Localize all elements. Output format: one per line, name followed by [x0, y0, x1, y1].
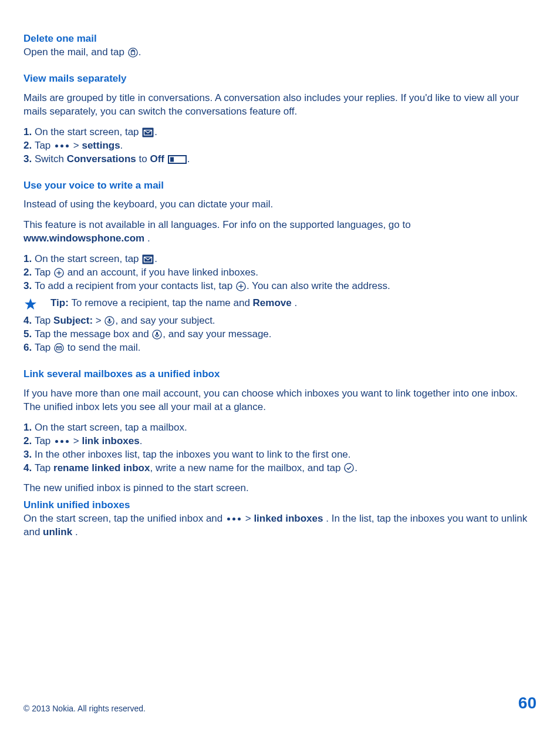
list-item: 2. Tap > link inboxes .	[23, 435, 537, 448]
text: Tap	[35, 314, 53, 328]
svg-point-25	[345, 463, 353, 472]
plus-circle-icon	[54, 268, 64, 278]
text: . You can also write the address.	[247, 280, 390, 293]
text: .	[75, 526, 78, 538]
plus-circle-icon	[236, 281, 246, 291]
text: To remove a recipient, tap the name and	[72, 297, 253, 308]
heading-view-mails-separately: View mails separately	[23, 72, 537, 86]
list-number: 4.	[23, 462, 35, 475]
list-number: 3.	[23, 153, 35, 166]
list-item: 3. To add a recipient from your contacts…	[23, 280, 537, 293]
text: Tap	[35, 462, 53, 475]
list-item: 6. Tap to send the mail.	[23, 341, 537, 355]
text: .	[147, 233, 150, 244]
paragraph: This feature is not available in all lan…	[23, 219, 537, 246]
tip-text: Tip: To remove a recipient, tap the name…	[50, 297, 297, 310]
text: Tap	[35, 266, 53, 280]
list-number: 3.	[23, 280, 35, 293]
paragraph: On the start screen, tap the unified inb…	[23, 512, 537, 539]
text: Tap	[35, 435, 53, 448]
list-number: 3.	[23, 448, 35, 462]
tip-block: Tip: To remove a recipient, tap the name…	[23, 297, 537, 311]
list-number: 5.	[23, 328, 35, 341]
text: , write a new name for the mailbox, and …	[150, 462, 343, 475]
text: This feature is not available in all lan…	[23, 219, 411, 230]
microphone-circle-icon	[152, 330, 162, 340]
svg-rect-1	[131, 51, 134, 55]
text: Open the mail, and tap	[23, 46, 127, 59]
paragraph: If you have more than one mail account, …	[23, 387, 537, 414]
text-bold: unlink	[43, 526, 72, 538]
list-item: 1. On the start screen, tap .	[23, 253, 537, 266]
check-circle-icon	[344, 463, 354, 473]
list-number: 1.	[23, 253, 35, 266]
text: >	[245, 513, 254, 524]
text-bold: Subject:	[53, 314, 93, 328]
list-item: 3. In the other inboxes list, tap the in…	[23, 448, 537, 462]
send-mail-circle-icon	[54, 343, 64, 353]
list-number: 4.	[23, 314, 35, 328]
mail-tile-icon	[142, 254, 154, 264]
microphone-circle-icon	[104, 316, 114, 326]
text: .	[154, 126, 157, 139]
text: to	[136, 153, 150, 166]
text: .	[294, 297, 297, 308]
text: .	[154, 253, 157, 266]
text-bold: link inboxes	[82, 435, 139, 448]
heading-delete-one-mail: Delete one mail	[23, 32, 537, 46]
list-item: 5. Tap the message box and , and say you…	[23, 328, 537, 341]
more-dots-icon	[227, 518, 241, 520]
text: .	[139, 46, 141, 59]
toggle-off-icon	[168, 155, 187, 164]
text: On the start screen, tap	[35, 126, 141, 139]
list-item: 2. Tap > settings .	[23, 139, 537, 153]
heading-use-voice: Use your voice to write a mail	[23, 179, 537, 193]
star-icon	[24, 298, 37, 311]
ordered-list: 4. Tap Subject: > , and say your subject…	[23, 314, 537, 355]
text-bold: Off	[150, 153, 164, 166]
list-number: 2.	[23, 139, 35, 153]
link-text: www.windowsphone.com	[23, 233, 144, 244]
list-item: 3. Switch Conversations to Off .	[23, 153, 537, 166]
list-item: 1. On the start screen, tap a mailbox.	[23, 421, 537, 435]
paragraph: Open the mail, and tap .	[23, 46, 537, 59]
svg-point-0	[129, 48, 137, 57]
text: Tap	[35, 341, 53, 355]
list-number: 6.	[23, 341, 35, 355]
text: To add a recipient from your contacts li…	[35, 280, 235, 293]
text: On the start screen, tap a mailbox.	[35, 421, 187, 435]
list-item: 4. Tap rename linked inbox , write a new…	[23, 462, 537, 475]
text-bold: settings	[82, 139, 120, 153]
page-number: 60	[518, 692, 537, 714]
copyright-text: © 2013 Nokia. All rights reserved.	[23, 703, 146, 714]
list-number: 1.	[23, 421, 35, 435]
paragraph: The new unified inbox is pinned to the s…	[23, 482, 537, 495]
text: and an account, if you have linked inbox…	[65, 266, 258, 280]
text: to send the mail.	[65, 341, 140, 355]
page-footer: © 2013 Nokia. All rights reserved. 60	[23, 692, 537, 714]
list-number: 1.	[23, 126, 35, 139]
page-content: Delete one mail Open the mail, and tap .…	[0, 0, 560, 539]
list-number: 2.	[23, 266, 35, 280]
text-bold: Conversations	[67, 153, 136, 166]
ordered-list: 1. On the start screen, tap a mailbox. 2…	[23, 421, 537, 475]
more-dots-icon	[55, 440, 69, 443]
list-item: 4. Tap Subject: > , and say your subject…	[23, 314, 537, 328]
list-item: 1. On the start screen, tap .	[23, 126, 537, 139]
svg-rect-21	[156, 332, 158, 335]
svg-marker-16	[25, 298, 36, 310]
heading-unlink-inboxes: Unlink unified inboxes	[23, 499, 537, 512]
text: .	[120, 139, 123, 153]
ordered-list: 1. On the start screen, tap . 2. Tap > s…	[23, 126, 537, 166]
text: .	[140, 435, 143, 448]
text: In the other inboxes list, tap the inbox…	[35, 448, 351, 462]
paragraph: Instead of using the keyboard, you can d…	[23, 198, 537, 211]
text: >	[93, 314, 104, 328]
text: .	[355, 462, 357, 475]
text: On the start screen, tap	[35, 253, 141, 266]
svg-rect-18	[109, 318, 110, 322]
trash-icon	[128, 48, 138, 58]
svg-rect-7	[170, 157, 174, 162]
mail-tile-icon	[142, 127, 154, 137]
text-bold: linked inboxes	[254, 513, 323, 524]
